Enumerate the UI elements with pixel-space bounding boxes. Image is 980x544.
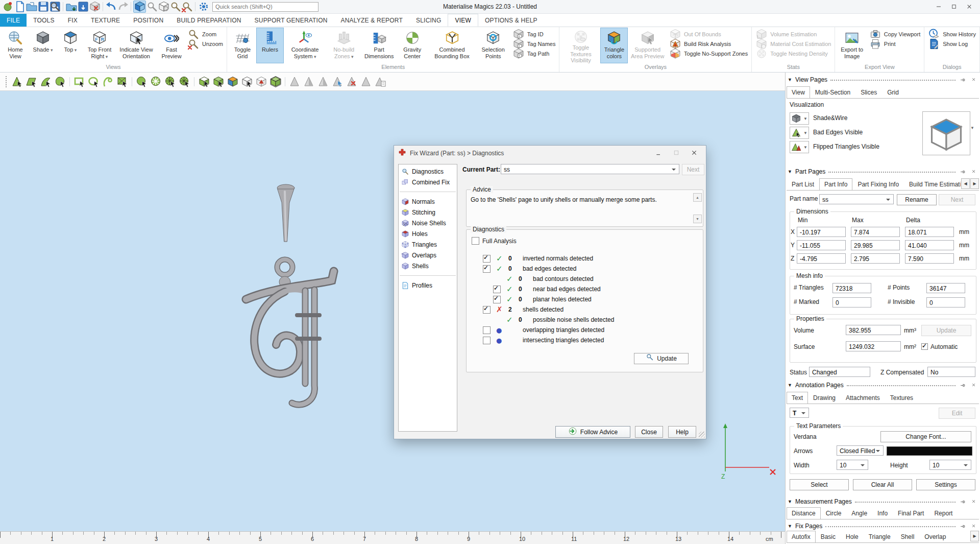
fix-page-diagnostics[interactable]: Diagnostics xyxy=(399,166,457,177)
mesh-marked-field[interactable]: 0 xyxy=(832,297,871,308)
z-compensated-field[interactable]: No xyxy=(927,367,975,377)
pin-icon[interactable] xyxy=(959,522,967,530)
triangle-tool-5-button[interactable] xyxy=(359,75,373,88)
view-preview-cube[interactable] xyxy=(922,111,970,155)
toggle-no-support-zones-button[interactable]: Toggle No-Support Zones xyxy=(667,49,750,58)
select-planes-button[interactable] xyxy=(24,75,38,88)
panel-header-annotation-pages[interactable]: ▼Annotation Pages xyxy=(788,380,978,390)
fix-page-shells[interactable]: Shells xyxy=(399,261,457,271)
triangle-tool-4-button[interactable] xyxy=(331,75,345,88)
tab-attachments[interactable]: Attachments xyxy=(841,392,885,404)
mesh-points-field[interactable]: 36147 xyxy=(926,283,965,293)
close-button[interactable]: Close xyxy=(635,426,663,438)
home-view-button[interactable]: Home View xyxy=(2,28,29,63)
part-model-ss[interactable] xyxy=(240,181,362,418)
text-style-combobox[interactable]: T xyxy=(790,408,809,418)
triangle-tool-2-button[interactable] xyxy=(302,75,316,88)
fix-page-combined-fix[interactable]: Combined Fix xyxy=(399,177,457,187)
dim-x-delta-field[interactable]: 18.071 xyxy=(905,227,954,237)
close-icon[interactable] xyxy=(970,168,978,176)
diagnostic-checkbox[interactable] xyxy=(483,306,491,314)
tab-part-info[interactable]: Part Info xyxy=(819,178,852,191)
export-to-image-button[interactable]: Export to Image xyxy=(837,28,867,63)
menu-tab-slicing[interactable]: SLICING xyxy=(409,14,448,27)
dim-z-delta-field[interactable]: 7.590 xyxy=(905,253,954,264)
tab-hole[interactable]: Hole xyxy=(841,531,864,542)
tab-scroll-right-button[interactable]: ▶ xyxy=(970,531,979,541)
freeform-selection-button[interactable] xyxy=(101,75,115,88)
fix-page-holes[interactable]: Holes xyxy=(399,228,457,239)
save-project-as-button[interactable] xyxy=(49,1,61,12)
window-maximize-button[interactable] xyxy=(946,1,962,12)
menu-tab-options-help[interactable]: OPTIONS & HELP xyxy=(478,14,544,27)
dim-x-max-field[interactable]: 7.874 xyxy=(851,227,900,237)
diagnostic-checkbox[interactable] xyxy=(483,255,491,263)
panel-header-view-pages[interactable]: ▼View Pages xyxy=(788,75,978,85)
diagnostic-checkbox[interactable] xyxy=(493,286,501,293)
menu-tab-fix[interactable]: FIX xyxy=(61,14,84,27)
fast-preview-button[interactable]: Fast Preview xyxy=(158,28,185,63)
select-box-shell-button[interactable] xyxy=(197,75,211,88)
save-project-button[interactable] xyxy=(37,1,49,12)
import-part-button[interactable] xyxy=(65,1,77,12)
asterisk-selection-button[interactable] xyxy=(149,75,163,88)
advice-scroll-up-button[interactable]: ▲ xyxy=(693,193,702,202)
fix-wizard-titlebar[interactable]: Fix Wizard (Part: ss) > Diagnostics xyxy=(394,146,706,160)
dialog-close-icon-button[interactable] xyxy=(688,148,702,158)
update-diagnostics-button[interactable]: Update xyxy=(634,353,689,364)
mesh-invisible-field[interactable]: 0 xyxy=(926,297,965,308)
dialog-minimize-button[interactable] xyxy=(652,148,666,158)
rulers-button[interactable]: Rulers xyxy=(256,28,284,63)
tab-scroll-left-button[interactable]: ◀ xyxy=(961,178,970,189)
tag-path-button[interactable]: Tag Path xyxy=(510,49,558,58)
panel-header-part-pages[interactable]: ▼Part Pages xyxy=(788,167,978,177)
help-button[interactable]: Help xyxy=(668,426,696,438)
undo-button[interactable] xyxy=(105,1,117,12)
width-field[interactable]: 10 xyxy=(837,460,868,470)
ellipse-selection-button[interactable] xyxy=(87,75,101,88)
print-button[interactable]: Print xyxy=(867,39,922,49)
export-part-button[interactable] xyxy=(77,1,89,12)
mark-colored-box-button[interactable] xyxy=(226,75,239,88)
tab-angle[interactable]: Angle xyxy=(846,507,872,519)
select-button[interactable]: Select xyxy=(790,479,849,490)
fix-page-triangles[interactable]: Triangles xyxy=(399,239,457,250)
toggle-grid-button[interactable]: Toggle Grid xyxy=(229,28,256,63)
select-triangles-button[interactable] xyxy=(10,75,24,88)
change-font-button[interactable]: Change Font... xyxy=(880,431,971,442)
dim-z-min-field[interactable]: -4.795 xyxy=(797,253,846,264)
pin-icon[interactable] xyxy=(959,498,967,506)
surface-field[interactable]: 1249.032 xyxy=(846,341,901,351)
zoom-screen-button[interactable] xyxy=(146,1,158,12)
view-preview-chevron-icon[interactable]: ▼ xyxy=(970,126,974,130)
tab-text[interactable]: Text xyxy=(787,392,808,404)
zoom-fit-button[interactable] xyxy=(133,1,146,13)
fix-page-profiles[interactable]: Profiles xyxy=(399,280,457,291)
dim-z-max-field[interactable]: 2.795 xyxy=(851,253,900,264)
visualization-mode-flipped-triangles-visible[interactable]: ▼ xyxy=(790,141,809,153)
fix-page-noise-shells[interactable]: Noise Shells xyxy=(399,218,457,228)
fix-page-overlaps[interactable]: Overlaps xyxy=(399,250,457,261)
rename-button[interactable]: Rename xyxy=(897,194,937,205)
panel-header-fix-pages[interactable]: ▼Fix Pages xyxy=(788,521,978,531)
select-surfaces-button[interactable] xyxy=(39,75,53,88)
tab-multi-section[interactable]: Multi-Section xyxy=(810,86,855,98)
visualization-mode-bad-edges-visible[interactable]: ▼ xyxy=(790,127,809,139)
triangle-tool-6-button[interactable] xyxy=(374,75,387,88)
dialog-resize-grip[interactable] xyxy=(699,432,705,438)
menu-tab-file[interactable]: FILE xyxy=(0,14,27,27)
shade-button[interactable]: Shade xyxy=(29,28,57,63)
zoom-in-button[interactable] xyxy=(169,1,181,12)
app-logo-button[interactable] xyxy=(2,1,14,12)
close-icon[interactable] xyxy=(970,76,978,84)
top-front-right-button[interactable]: FRTop Front Right xyxy=(84,28,115,63)
tab-final-part[interactable]: Final Part xyxy=(893,507,929,519)
settings-button[interactable]: Settings xyxy=(916,479,975,490)
clear-all-button[interactable]: Clear All xyxy=(853,479,912,490)
current-part-combobox[interactable]: ss xyxy=(501,164,679,174)
delete-marked-triangles-button[interactable] xyxy=(345,75,359,88)
close-icon[interactable] xyxy=(970,498,978,506)
pin-icon[interactable] xyxy=(959,168,967,176)
select-box-core-button[interactable] xyxy=(254,75,268,88)
dim-y-max-field[interactable]: 29.985 xyxy=(851,240,900,250)
